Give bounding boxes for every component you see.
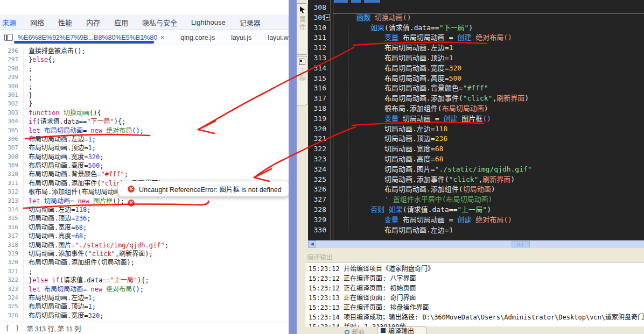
panel-tab-记录器[interactable]: 记录器 <box>240 17 261 27</box>
code-line[interactable]: 304if(请求值.data=="下一局"){; <box>0 117 289 126</box>
file-tab[interactable]: %E6%8E%92%E7%9B...B8%80%E5%B1%80× <box>18 34 164 41</box>
ide-code-line[interactable]: 314布局切局动画.宽度=320 <box>308 63 644 74</box>
code-line[interactable]: 307布局切局动画.顶边=1; <box>0 144 289 152</box>
line-number[interactable]: 312 <box>0 188 24 196</box>
file-tab[interactable]: layui.widge <box>268 34 289 41</box>
line-number[interactable]: 302 <box>0 100 24 108</box>
navigator-toggle-icon[interactable] <box>4 34 13 41</box>
code-line[interactable]: 297}else{; <box>0 55 289 64</box>
line-number[interactable]: 309 <box>0 161 24 170</box>
line-number[interactable]: 306 <box>0 135 24 144</box>
code-line[interactable]: 323let 布局切局动画= new 绝对布局(); <box>0 285 289 294</box>
code-line[interactable]: 303function 切换动画(){ <box>0 109 289 117</box>
code-line[interactable]: 305let 布局切局动画= new 绝对布局(); <box>0 126 289 135</box>
line-number[interactable]: 307 <box>0 144 24 152</box>
line-number[interactable]: 308 <box>0 153 24 161</box>
ide-code-line[interactable]: 324切局动画.图片="./static/img/qjdh.gif" <box>308 165 644 175</box>
pretty-print-icon[interactable]: { } <box>5 324 20 332</box>
line-number[interactable]: 318 <box>0 241 24 250</box>
ide-code-line[interactable]: 313布局切局动画.顶边=1 <box>308 53 644 63</box>
code-line[interactable]: 309布局切局动画.高度=500; <box>0 161 289 170</box>
ide-code-line[interactable]: 326布局切局动画.添加组件(切局动画) <box>308 184 644 195</box>
file-tab[interactable]: qing.core.js <box>180 34 215 41</box>
code-line[interactable]: 301} <box>0 91 289 100</box>
line-number[interactable]: 322 <box>0 276 24 285</box>
code-line[interactable]: 325布局切局动画.顶边=1; <box>0 302 289 311</box>
ide-code-line[interactable]: 319变量 切局动画 = 创建 图片框() <box>308 114 644 124</box>
line-number[interactable]: 320 <box>0 258 24 267</box>
line-number[interactable]: 310 <box>0 170 24 179</box>
line-number[interactable]: 300 <box>0 82 24 91</box>
line-number[interactable]: 311 <box>0 179 24 188</box>
code-line[interactable]: 320布局切局动画.添加组件(切局动画); <box>0 258 289 267</box>
ide-code-line[interactable]: 325切局动画.添加事件("click",刷新界面) <box>308 175 644 185</box>
scroll-left-button[interactable]: ◀ <box>308 240 316 248</box>
line-number[interactable]: 314 <box>0 205 24 214</box>
panel-tab-网络[interactable]: 网络 <box>30 17 44 27</box>
line-number[interactable]: 317 <box>0 232 24 240</box>
line-number[interactable]: 325 <box>0 302 24 311</box>
dock-tab-properties[interactable]: 属性 <box>297 3 307 55</box>
ide-code-line[interactable]: 321切局动画.顶边=236 <box>308 134 644 144</box>
code-line[interactable]: 321; <box>0 267 289 276</box>
code-line[interactable]: 296直接排盘被点击(); <box>0 47 289 55</box>
code-line[interactable]: 324布局切局动画.左边=1; <box>0 294 289 302</box>
line-number[interactable]: 296 <box>0 47 24 55</box>
ide-code-line[interactable]: 315布局切局动画.高度=500 <box>308 74 644 84</box>
ide-code-line[interactable]: 317布局切局动画.添加事件("click",刷新界面) <box>308 94 644 104</box>
ide-code-line[interactable]: 309函数 切换动画() <box>308 13 644 23</box>
panel-tab-隐私与安全[interactable]: 隐私与安全 <box>142 17 177 27</box>
panel-tab-性能[interactable]: 性能 <box>58 17 72 27</box>
line-number[interactable]: 303 <box>0 109 24 117</box>
ide-code-line[interactable]: 327' 置组件水平居中(布局切局动画) <box>308 195 644 205</box>
file-tab[interactable]: layui.js <box>231 34 251 41</box>
inline-error-icon[interactable]: ✕ <box>128 200 135 207</box>
code-line[interactable]: 319切局动画.添加事件("click",刷新界面); <box>0 250 289 258</box>
line-number[interactable]: 313 <box>0 197 24 205</box>
ide-code-line[interactable]: 316布局切局动画.背景颜色="#fff" <box>308 83 644 94</box>
ide-code-line[interactable]: 322切局动画.宽度=68 <box>308 144 644 154</box>
scrollbar-thumb[interactable] <box>512 241 530 247</box>
code-line[interactable]: 318切局动画.图片="./static/img/qjdh.gif"; <box>0 241 289 250</box>
line-number[interactable]: 315 <box>0 214 24 223</box>
line-number[interactable]: 305 <box>0 126 24 135</box>
code-line[interactable]: 299; <box>0 73 289 82</box>
line-number[interactable]: 324 <box>0 294 24 302</box>
ide-code-line[interactable]: 318根布局.添加组件(布局切局动画) <box>308 104 644 114</box>
code-line[interactable]: 302} <box>0 100 289 108</box>
panel-tab-内存[interactable]: 内存 <box>86 17 100 27</box>
line-number[interactable]: 323 <box>0 285 24 294</box>
ide-code-line[interactable]: 311变量 布局切局动画 = 创建 绝对布局() <box>308 33 644 43</box>
code-line[interactable]: 306布局切局动画.左边=1; <box>0 135 289 144</box>
window-splitter[interactable] <box>289 0 297 334</box>
close-icon[interactable]: × <box>160 34 164 41</box>
code-line[interactable]: 315切局动画.顶边=236; <box>0 214 289 223</box>
fold-collapse-icon[interactable] <box>324 15 330 20</box>
ide-code-line[interactable]: 330布局切局动画.左边=1 <box>308 225 644 236</box>
tab-compile-output[interactable]: 编译输出 <box>377 326 426 334</box>
line-number[interactable]: 301 <box>0 91 24 100</box>
code-line[interactable]: 308布局切局动画.宽度=320; <box>0 153 289 161</box>
ide-code-line[interactable]: 329变量 布局切局动画 = 创建 绝对布局() <box>308 215 644 225</box>
panel-tab-来源[interactable]: 来源 <box>2 17 16 27</box>
ide-code-line[interactable]: 308 <box>308 3 644 13</box>
code-line[interactable]: 314切局动画.左边=118; <box>0 205 289 214</box>
code-line[interactable]: 313let 切局动画= new 图片框();✕ <box>0 197 289 205</box>
ide-code-line[interactable]: 323切局动画.高度=68 <box>308 154 644 165</box>
code-line[interactable]: 322}else if(请求值.data=="上一局"){; <box>0 276 289 285</box>
ide-code-line[interactable]: 312布局切局动画.左边=1 <box>308 43 644 53</box>
help-button[interactable]: 帮助 <box>345 328 365 334</box>
panel-tab-Lighthouse[interactable]: Lighthouse <box>191 18 226 26</box>
code-line[interactable]: 310布局切局动画.背景颜色="#fff"; <box>0 170 289 179</box>
code-line[interactable]: 316切局动画.宽度=68; <box>0 223 289 232</box>
panel-tab-应用[interactable]: 应用 <box>114 17 128 27</box>
line-number[interactable]: 319 <box>0 250 24 258</box>
ide-code-editor[interactable]: 308309函数 切换动画()310如果(请求值.data=="下一局")311… <box>308 0 644 240</box>
line-number[interactable]: 316 <box>0 223 24 232</box>
ide-code-line[interactable]: 310如果(请求值.data=="下一局") <box>308 23 644 33</box>
editor-hscrollbar[interactable]: ◀ <box>308 240 644 248</box>
line-number[interactable]: 304 <box>0 117 24 126</box>
line-number[interactable]: 299 <box>0 73 24 82</box>
line-number[interactable]: 297 <box>0 55 24 64</box>
code-line[interactable]: 298; <box>0 65 289 73</box>
